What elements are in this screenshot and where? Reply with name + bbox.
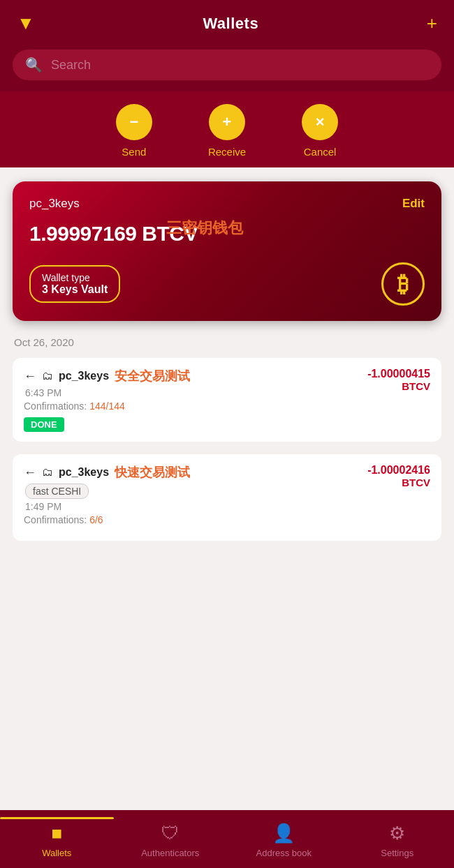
address-book-icon: 👤 <box>272 823 295 844</box>
tx-arrow-icon-1: ← <box>24 369 36 384</box>
card-name: pc_3keys <box>29 197 80 211</box>
table-row[interactable]: ← 🗂 pc_3keys 快速交易测试 fast CESHI 1:49 PM C… <box>13 454 441 541</box>
authenticators-icon: 🛡 <box>161 823 180 844</box>
receive-action[interactable]: + Receive <box>208 104 246 158</box>
receive-circle: + <box>209 104 245 140</box>
nav-active-bar-settings <box>341 817 455 819</box>
wallet-card[interactable]: pc_3keys Edit 1.99997169 BTCV 三密钥钱包 Wall… <box>13 181 441 321</box>
nav-active-bar-wallets <box>0 817 114 819</box>
date-separator: Oct 26, 2020 <box>13 336 441 348</box>
card-balance: 1.99997169 BTCV <box>29 222 425 246</box>
tx-confirmations-1: Confirmations: 144/144 <box>24 401 367 412</box>
tx-amount-2: -1.00002416 BTCV <box>367 464 430 488</box>
address-book-nav-label: Address book <box>256 848 312 858</box>
nav-item-wallets[interactable]: ■ Wallets <box>0 817 114 858</box>
tx-amount-currency-2: BTCV <box>367 477 430 488</box>
tx-confirmations-2: Confirmations: 6/6 <box>24 514 367 525</box>
tx-annotation-zh-2: 快速交易测试 <box>115 464 190 481</box>
nav-item-settings[interactable]: ⚙ Settings <box>341 817 455 858</box>
card-edit-button[interactable]: Edit <box>402 197 425 211</box>
tx-conf-value-1: 144/144 <box>89 401 125 412</box>
wallet-type-value: 3 Keys Vault <box>42 283 108 296</box>
tx-fast-label-2: fast CESHI <box>24 484 367 499</box>
tx-wallet-name-2: pc_3keys <box>59 466 109 479</box>
btc-icon: ₿ <box>381 262 425 306</box>
cancel-label: Cancel <box>304 146 337 158</box>
settings-nav-label: Settings <box>381 848 413 858</box>
tx-annotation-zh-1: 安全交易测试 <box>115 368 190 384</box>
tx-fast-tag: fast CESHI <box>25 484 89 499</box>
tx-amount-value-2: -1.00002416 <box>367 464 430 477</box>
wallet-type-label: Wallet type <box>42 272 108 283</box>
tx-amount-1: -1.00000415 BTCV <box>367 368 430 392</box>
send-action[interactable]: − Send <box>116 104 152 158</box>
search-icon: 🔍 <box>25 57 43 73</box>
card-top: pc_3keys Edit <box>29 197 425 211</box>
tx-conf-label-1: Confirmations: <box>24 401 89 412</box>
app-header: ▼ Wallets + <box>0 0 454 44</box>
wallets-nav-label: Wallets <box>42 848 71 858</box>
page-title: Wallets <box>203 15 258 33</box>
tx-left-2: ← 🗂 pc_3keys 快速交易测试 fast CESHI 1:49 PM C… <box>24 464 367 531</box>
action-bar: − Send + Receive × Cancel <box>0 91 454 167</box>
nav-item-authenticators[interactable]: 🛡 Authenticators <box>114 817 228 858</box>
cancel-action[interactable]: × Cancel <box>302 104 338 158</box>
send-label: Send <box>122 146 146 158</box>
search-inner[interactable]: 🔍 <box>13 50 441 80</box>
nav-active-bar-address <box>227 817 341 819</box>
search-input[interactable] <box>51 58 429 73</box>
tx-top-row-1: ← 🗂 pc_3keys 安全交易测试 <box>24 368 367 384</box>
table-row[interactable]: ← 🗂 pc_3keys 安全交易测试 6:43 PM Confirmation… <box>13 358 441 442</box>
cancel-circle: × <box>302 104 338 140</box>
nav-active-bar-auth <box>114 817 228 819</box>
tx-arrow-icon-2: ← <box>24 465 36 480</box>
tx-wallet-icon-1: 🗂 <box>42 370 53 382</box>
bottom-nav: ■ Wallets 🛡 Authenticators 👤 Address boo… <box>0 810 454 868</box>
tx-conf-label-2: Confirmations: <box>24 514 89 525</box>
tx-left-1: ← 🗂 pc_3keys 安全交易测试 6:43 PM Confirmation… <box>24 368 367 432</box>
tx-time-2: 1:49 PM <box>24 501 367 512</box>
tx-badge-1: DONE <box>24 417 64 432</box>
tx-top-row-2: ← 🗂 pc_3keys 快速交易测试 <box>24 464 367 481</box>
card-bottom: Wallet type 3 Keys Vault ₿ <box>29 262 425 306</box>
tx-amount-value-1: -1.00000415 <box>367 368 430 380</box>
tx-amount-currency-1: BTCV <box>367 380 430 392</box>
receive-label: Receive <box>208 146 246 158</box>
add-icon[interactable]: + <box>427 13 437 34</box>
tx-time-1: 6:43 PM <box>24 387 367 398</box>
authenticators-nav-label: Authenticators <box>141 848 199 858</box>
nav-item-address-book[interactable]: 👤 Address book <box>227 817 341 858</box>
send-circle: − <box>116 104 152 140</box>
settings-icon: ⚙ <box>389 823 405 844</box>
tx-conf-value-2: 6/6 <box>89 514 103 525</box>
tx-wallet-icon-2: 🗂 <box>42 466 53 479</box>
wallet-type-box: Wallet type 3 Keys Vault <box>29 265 120 303</box>
main-content: pc_3keys Edit 1.99997169 BTCV 三密钥钱包 Wall… <box>0 167 454 810</box>
wallets-icon: ■ <box>51 823 62 844</box>
search-bar-container: 🔍 <box>0 44 454 91</box>
tx-wallet-name-1: pc_3keys <box>59 370 109 382</box>
filter-icon[interactable]: ▼ <box>17 13 35 34</box>
